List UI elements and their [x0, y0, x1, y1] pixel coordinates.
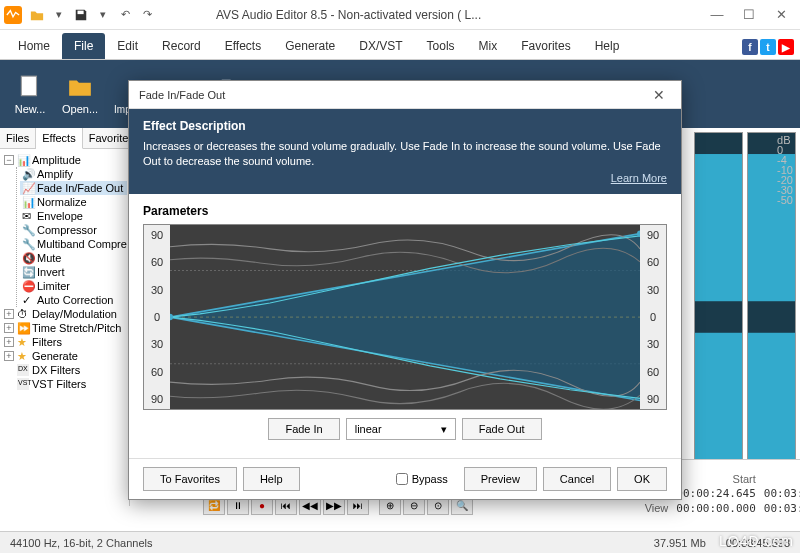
open-folder-icon: [66, 73, 94, 101]
dialog-title: Fade In/Fade Out: [139, 89, 225, 101]
cancel-button[interactable]: Cancel: [543, 467, 611, 491]
tree-filters[interactable]: +★Filters: [2, 335, 127, 349]
tree-vstfilters[interactable]: VSTVST Filters: [2, 377, 127, 391]
svg-rect-12: [695, 154, 742, 301]
facebook-icon[interactable]: f: [742, 39, 758, 55]
parameters-canvas[interactable]: 9060300306090: [143, 224, 667, 410]
menu-generate[interactable]: Generate: [273, 33, 347, 59]
curve-select[interactable]: linear▾: [346, 418, 456, 440]
tree-autocorrect[interactable]: ✓Auto Correction: [20, 293, 127, 307]
menu-favorites[interactable]: Favorites: [509, 33, 582, 59]
amplitude-icon: 📊: [17, 154, 29, 166]
tree-fade[interactable]: 📈Fade In/Fade Out: [20, 181, 127, 195]
fade-dialog: Fade In/Fade Out ✕ Effect Description In…: [128, 80, 682, 500]
waveform-preview[interactable]: [170, 225, 640, 409]
menu-dxvst[interactable]: DX/VST: [347, 33, 414, 59]
to-favorites-button[interactable]: To Favorites: [143, 467, 237, 491]
fade-in-button[interactable]: Fade In: [268, 418, 339, 440]
qat-dropdown-icon[interactable]: ▾: [50, 6, 68, 24]
svg-rect-13: [695, 333, 742, 480]
tree-mute[interactable]: 🔇Mute: [20, 251, 127, 265]
dialog-title-bar[interactable]: Fade In/Fade Out ✕: [129, 81, 681, 109]
dialog-description: Effect Description Increases or decrease…: [129, 109, 681, 194]
tree-delay[interactable]: +⏱Delay/Modulation: [2, 307, 127, 321]
menu-edit[interactable]: Edit: [105, 33, 150, 59]
learn-more-link[interactable]: Learn More: [611, 172, 667, 184]
bypass-checkbox[interactable]: Bypass: [396, 473, 448, 485]
watermark: LO4D.com: [719, 533, 794, 549]
qat-undo-icon[interactable]: ↶: [116, 6, 134, 24]
ribbon-open-button[interactable]: Open...: [56, 69, 104, 119]
qat-dropdown2-icon[interactable]: ▾: [94, 6, 112, 24]
sidebar-tab-favorites[interactable]: Favorites: [83, 128, 130, 148]
menu-record[interactable]: Record: [150, 33, 213, 59]
sidebar-tab-effects[interactable]: Effects: [36, 128, 82, 149]
level-meter-panel: dB0-4-10-20-30-50: [690, 128, 800, 506]
description-heading: Effect Description: [143, 119, 667, 133]
menu-file[interactable]: File: [62, 33, 105, 59]
menu-effects[interactable]: Effects: [213, 33, 273, 59]
app-icon: [4, 6, 22, 24]
tree-multiband[interactable]: 🔧Multiband Compressor: [20, 237, 127, 251]
status-size: 37.951 Mb: [654, 537, 706, 549]
parameters-heading: Parameters: [143, 204, 667, 218]
window-title: AVS Audio Editor 8.5 - Non-activated ver…: [216, 8, 481, 22]
tree-generate[interactable]: +★Generate: [2, 349, 127, 363]
description-text: Increases or decreases the sound volume …: [143, 139, 667, 170]
svg-rect-1: [21, 76, 36, 96]
status-bar: 44100 Hz, 16-bit, 2 Channels 37.951 Mb 0…: [0, 531, 800, 553]
minimize-button[interactable]: —: [702, 4, 732, 26]
dialog-close-button[interactable]: ✕: [647, 87, 671, 103]
chevron-down-icon: ▾: [441, 423, 447, 436]
ribbon-new-button[interactable]: New...: [8, 69, 52, 119]
sidebar-tab-files[interactable]: Files: [0, 128, 36, 148]
preview-button[interactable]: Preview: [464, 467, 537, 491]
menu-mix[interactable]: Mix: [467, 33, 510, 59]
tree-envelope[interactable]: ✉Envelope: [20, 209, 127, 223]
tree-amplify[interactable]: 🔊Amplify: [20, 167, 127, 181]
qat-save-icon[interactable]: [72, 6, 90, 24]
menu-home[interactable]: Home: [6, 33, 62, 59]
tree-dxfilters[interactable]: DXDX Filters: [2, 363, 127, 377]
svg-rect-0: [78, 10, 84, 14]
db-scale: dB0-4-10-20-30-50: [777, 135, 793, 205]
tree-limiter[interactable]: ⛔Limiter: [20, 279, 127, 293]
help-button[interactable]: Help: [243, 467, 300, 491]
status-format: 44100 Hz, 16-bit, 2 Channels: [10, 537, 152, 549]
tree-timestretch[interactable]: +⏩Time Stretch/Pitch: [2, 321, 127, 335]
effects-tree: −📊Amplitude 🔊Amplify 📈Fade In/Fade Out 📊…: [0, 149, 129, 395]
menu-bar: Home File Edit Record Effects Generate D…: [0, 30, 800, 60]
maximize-button[interactable]: ☐: [734, 4, 764, 26]
waveform-left: [694, 132, 743, 502]
tree-amplitude[interactable]: −📊Amplitude: [2, 153, 127, 167]
title-bar: ▾ ▾ ↶ ↷ AVS Audio Editor 8.5 - Non-activ…: [0, 0, 800, 30]
tree-invert[interactable]: 🔄Invert: [20, 265, 127, 279]
left-scale: 9060300306090: [144, 225, 170, 409]
tree-compressor[interactable]: 🔧Compressor: [20, 223, 127, 237]
close-button[interactable]: ✕: [766, 4, 796, 26]
youtube-icon[interactable]: ▶: [778, 39, 794, 55]
menu-tools[interactable]: Tools: [415, 33, 467, 59]
sidebar: Files Effects Favorites −📊Amplitude 🔊Amp…: [0, 128, 130, 506]
svg-rect-16: [748, 333, 795, 480]
ok-button[interactable]: OK: [617, 467, 667, 491]
waveform-right: dB0-4-10-20-30-50: [747, 132, 796, 502]
tree-normalize[interactable]: 📊Normalize: [20, 195, 127, 209]
qat-open-icon[interactable]: [28, 6, 46, 24]
twitter-icon[interactable]: t: [760, 39, 776, 55]
new-file-icon: [16, 73, 44, 101]
qat-redo-icon[interactable]: ↷: [138, 6, 156, 24]
menu-help[interactable]: Help: [583, 33, 632, 59]
right-scale: 9060300306090: [640, 225, 666, 409]
fade-out-button[interactable]: Fade Out: [462, 418, 542, 440]
